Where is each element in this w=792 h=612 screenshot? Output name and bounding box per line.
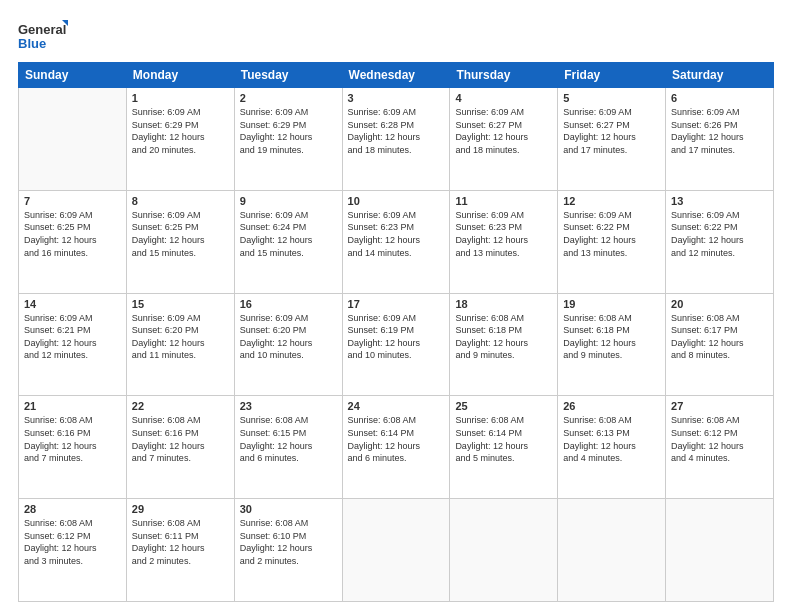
day-number: 7 [24, 195, 121, 207]
week-row-4: 21Sunrise: 6:08 AMSunset: 6:16 PMDayligh… [19, 396, 774, 499]
day-detail: Sunrise: 6:09 AMSunset: 6:25 PMDaylight:… [132, 209, 229, 259]
weekday-header-friday: Friday [558, 63, 666, 88]
cell-week5-day2: 30Sunrise: 6:08 AMSunset: 6:10 PMDayligh… [234, 499, 342, 602]
day-detail: Sunrise: 6:09 AMSunset: 6:19 PMDaylight:… [348, 312, 445, 362]
day-number: 29 [132, 503, 229, 515]
cell-week2-day5: 12Sunrise: 6:09 AMSunset: 6:22 PMDayligh… [558, 190, 666, 293]
day-number: 19 [563, 298, 660, 310]
weekday-header-tuesday: Tuesday [234, 63, 342, 88]
cell-week1-day2: 2Sunrise: 6:09 AMSunset: 6:29 PMDaylight… [234, 88, 342, 191]
svg-text:Blue: Blue [18, 36, 46, 51]
day-number: 16 [240, 298, 337, 310]
week-row-5: 28Sunrise: 6:08 AMSunset: 6:12 PMDayligh… [19, 499, 774, 602]
week-row-2: 7Sunrise: 6:09 AMSunset: 6:25 PMDaylight… [19, 190, 774, 293]
cell-week5-day1: 29Sunrise: 6:08 AMSunset: 6:11 PMDayligh… [126, 499, 234, 602]
day-detail: Sunrise: 6:08 AMSunset: 6:16 PMDaylight:… [24, 414, 121, 464]
cell-week5-day4 [450, 499, 558, 602]
day-number: 5 [563, 92, 660, 104]
cell-week3-day5: 19Sunrise: 6:08 AMSunset: 6:18 PMDayligh… [558, 293, 666, 396]
cell-week5-day6 [666, 499, 774, 602]
cell-week4-day1: 22Sunrise: 6:08 AMSunset: 6:16 PMDayligh… [126, 396, 234, 499]
day-detail: Sunrise: 6:08 AMSunset: 6:18 PMDaylight:… [563, 312, 660, 362]
cell-week4-day6: 27Sunrise: 6:08 AMSunset: 6:12 PMDayligh… [666, 396, 774, 499]
cell-week4-day4: 25Sunrise: 6:08 AMSunset: 6:14 PMDayligh… [450, 396, 558, 499]
day-number: 23 [240, 400, 337, 412]
day-number: 3 [348, 92, 445, 104]
day-number: 27 [671, 400, 768, 412]
day-detail: Sunrise: 6:08 AMSunset: 6:18 PMDaylight:… [455, 312, 552, 362]
day-number: 8 [132, 195, 229, 207]
day-number: 4 [455, 92, 552, 104]
cell-week2-day1: 8Sunrise: 6:09 AMSunset: 6:25 PMDaylight… [126, 190, 234, 293]
weekday-header-thursday: Thursday [450, 63, 558, 88]
page: General Blue SundayMondayTuesdayWednesda… [0, 0, 792, 612]
day-number: 28 [24, 503, 121, 515]
day-detail: Sunrise: 6:09 AMSunset: 6:29 PMDaylight:… [240, 106, 337, 156]
day-detail: Sunrise: 6:08 AMSunset: 6:13 PMDaylight:… [563, 414, 660, 464]
cell-week4-day5: 26Sunrise: 6:08 AMSunset: 6:13 PMDayligh… [558, 396, 666, 499]
day-detail: Sunrise: 6:09 AMSunset: 6:29 PMDaylight:… [132, 106, 229, 156]
day-number: 13 [671, 195, 768, 207]
logo: General Blue [18, 18, 68, 54]
cell-week2-day4: 11Sunrise: 6:09 AMSunset: 6:23 PMDayligh… [450, 190, 558, 293]
day-number: 26 [563, 400, 660, 412]
cell-week4-day0: 21Sunrise: 6:08 AMSunset: 6:16 PMDayligh… [19, 396, 127, 499]
week-row-1: 1Sunrise: 6:09 AMSunset: 6:29 PMDaylight… [19, 88, 774, 191]
day-detail: Sunrise: 6:08 AMSunset: 6:16 PMDaylight:… [132, 414, 229, 464]
day-number: 12 [563, 195, 660, 207]
cell-week4-day3: 24Sunrise: 6:08 AMSunset: 6:14 PMDayligh… [342, 396, 450, 499]
day-number: 14 [24, 298, 121, 310]
cell-week5-day0: 28Sunrise: 6:08 AMSunset: 6:12 PMDayligh… [19, 499, 127, 602]
cell-week1-day3: 3Sunrise: 6:09 AMSunset: 6:28 PMDaylight… [342, 88, 450, 191]
day-number: 20 [671, 298, 768, 310]
weekday-header-saturday: Saturday [666, 63, 774, 88]
day-detail: Sunrise: 6:08 AMSunset: 6:14 PMDaylight:… [348, 414, 445, 464]
cell-week3-day6: 20Sunrise: 6:08 AMSunset: 6:17 PMDayligh… [666, 293, 774, 396]
day-detail: Sunrise: 6:08 AMSunset: 6:15 PMDaylight:… [240, 414, 337, 464]
day-detail: Sunrise: 6:09 AMSunset: 6:20 PMDaylight:… [132, 312, 229, 362]
day-detail: Sunrise: 6:08 AMSunset: 6:11 PMDaylight:… [132, 517, 229, 567]
logo-svg: General Blue [18, 18, 68, 54]
cell-week3-day3: 17Sunrise: 6:09 AMSunset: 6:19 PMDayligh… [342, 293, 450, 396]
calendar-table: SundayMondayTuesdayWednesdayThursdayFrid… [18, 62, 774, 602]
cell-week2-day2: 9Sunrise: 6:09 AMSunset: 6:24 PMDaylight… [234, 190, 342, 293]
cell-week2-day6: 13Sunrise: 6:09 AMSunset: 6:22 PMDayligh… [666, 190, 774, 293]
cell-week3-day0: 14Sunrise: 6:09 AMSunset: 6:21 PMDayligh… [19, 293, 127, 396]
day-detail: Sunrise: 6:08 AMSunset: 6:12 PMDaylight:… [24, 517, 121, 567]
day-detail: Sunrise: 6:08 AMSunset: 6:12 PMDaylight:… [671, 414, 768, 464]
cell-week3-day4: 18Sunrise: 6:08 AMSunset: 6:18 PMDayligh… [450, 293, 558, 396]
header: General Blue [18, 18, 774, 54]
day-number: 18 [455, 298, 552, 310]
day-number: 21 [24, 400, 121, 412]
day-number: 6 [671, 92, 768, 104]
day-detail: Sunrise: 6:08 AMSunset: 6:14 PMDaylight:… [455, 414, 552, 464]
cell-week1-day6: 6Sunrise: 6:09 AMSunset: 6:26 PMDaylight… [666, 88, 774, 191]
day-detail: Sunrise: 6:09 AMSunset: 6:26 PMDaylight:… [671, 106, 768, 156]
cell-week5-day5 [558, 499, 666, 602]
day-detail: Sunrise: 6:09 AMSunset: 6:22 PMDaylight:… [563, 209, 660, 259]
week-row-3: 14Sunrise: 6:09 AMSunset: 6:21 PMDayligh… [19, 293, 774, 396]
day-detail: Sunrise: 6:09 AMSunset: 6:27 PMDaylight:… [455, 106, 552, 156]
day-number: 15 [132, 298, 229, 310]
day-number: 17 [348, 298, 445, 310]
cell-week2-day3: 10Sunrise: 6:09 AMSunset: 6:23 PMDayligh… [342, 190, 450, 293]
cell-week2-day0: 7Sunrise: 6:09 AMSunset: 6:25 PMDaylight… [19, 190, 127, 293]
day-number: 30 [240, 503, 337, 515]
day-detail: Sunrise: 6:08 AMSunset: 6:10 PMDaylight:… [240, 517, 337, 567]
cell-week1-day1: 1Sunrise: 6:09 AMSunset: 6:29 PMDaylight… [126, 88, 234, 191]
cell-week3-day2: 16Sunrise: 6:09 AMSunset: 6:20 PMDayligh… [234, 293, 342, 396]
day-number: 1 [132, 92, 229, 104]
day-detail: Sunrise: 6:09 AMSunset: 6:24 PMDaylight:… [240, 209, 337, 259]
weekday-header-row: SundayMondayTuesdayWednesdayThursdayFrid… [19, 63, 774, 88]
day-number: 2 [240, 92, 337, 104]
day-detail: Sunrise: 6:09 AMSunset: 6:25 PMDaylight:… [24, 209, 121, 259]
svg-text:General: General [18, 22, 66, 37]
cell-week1-day4: 4Sunrise: 6:09 AMSunset: 6:27 PMDaylight… [450, 88, 558, 191]
day-number: 22 [132, 400, 229, 412]
day-detail: Sunrise: 6:09 AMSunset: 6:28 PMDaylight:… [348, 106, 445, 156]
cell-week1-day5: 5Sunrise: 6:09 AMSunset: 6:27 PMDaylight… [558, 88, 666, 191]
day-detail: Sunrise: 6:09 AMSunset: 6:23 PMDaylight:… [348, 209, 445, 259]
weekday-header-sunday: Sunday [19, 63, 127, 88]
day-detail: Sunrise: 6:09 AMSunset: 6:22 PMDaylight:… [671, 209, 768, 259]
day-number: 10 [348, 195, 445, 207]
